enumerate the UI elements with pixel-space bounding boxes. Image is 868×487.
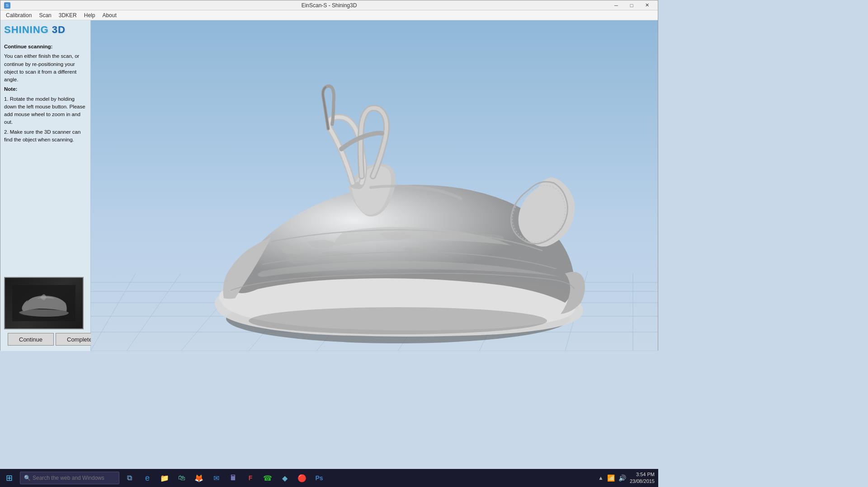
app-icon: S [4,2,10,9]
logo-shining: SHINING [4,24,52,35]
restore-button[interactable]: □ [624,1,639,10]
minimize-button[interactable]: ─ [609,1,623,10]
instructions-title: Continue scanning: [4,43,87,51]
note-label: Note: [4,85,87,93]
preview-shoe-svg [12,285,75,321]
viewport-svg [91,20,658,351]
svg-point-21 [249,307,547,334]
app-window: S EinScan-S - Shining3D ─ □ ✕ Calibratio… [0,0,658,351]
note-1: 1. Rotate the model by holding down the … [4,95,87,126]
menu-about[interactable]: About [99,11,120,19]
window-controls: ─ □ ✕ [609,1,654,10]
app-container: S EinScan-S - Shining3D ─ □ ✕ Calibratio… [0,0,658,351]
brand-logo: SHINING 3D [4,24,87,36]
preview-inner [5,278,83,328]
title-bar: S EinScan-S - Shining3D ─ □ ✕ [0,0,658,10]
menu-calibration[interactable]: Calibration [2,11,35,19]
sidebar-actions: Continue Complete [4,329,87,347]
scan-preview-thumbnail [4,277,84,329]
menu-help[interactable]: Help [80,11,99,19]
viewport[interactable] [91,20,658,351]
close-button[interactable]: ✕ [640,1,654,10]
sidebar: SHINING 3D Continue scanning: You can ei… [0,20,91,351]
instructions-panel: Continue scanning: You can either finish… [4,43,87,272]
window-title: EinScan-S - Shining3D [302,2,357,9]
menu-3dker[interactable]: 3DKER [55,11,80,19]
note-2: 2. Make sure the 3D scanner can find the… [4,128,87,144]
continue-button[interactable]: Continue [8,333,54,346]
logo-3d: 3D [52,24,66,35]
main-content: SHINING 3D Continue scanning: You can ei… [0,20,658,351]
menu-scan[interactable]: Scan [35,11,55,19]
instructions-body: You can either finish the scan, or conti… [4,52,87,84]
menu-bar: Calibration Scan 3DKER Help About [0,10,658,20]
